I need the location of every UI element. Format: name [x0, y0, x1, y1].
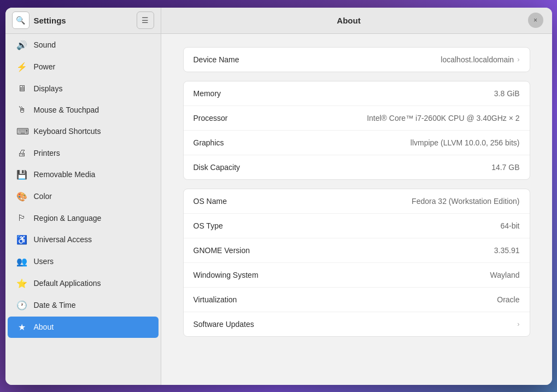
row-value: › — [517, 320, 519, 328]
row-value: Wayland — [490, 271, 520, 279]
device-name-value: localhost.localdomain › — [441, 55, 519, 64]
sidebar-label-printers: Printers — [34, 149, 60, 157]
os-row-gnome-version: GNOME Version 3.35.91 — [184, 238, 530, 263]
row-value: Fedora 32 (Workstation Edition) — [412, 197, 519, 206]
os-row-windowing-system: Windowing System Wayland — [184, 263, 530, 288]
sidebar-item-region-language[interactable]: 🏳Region & Language — [8, 208, 159, 229]
row-label: OS Type — [194, 221, 223, 230]
row-label: Memory — [194, 89, 221, 98]
sidebar-item-color[interactable]: 🎨Color — [8, 186, 159, 207]
sidebar-label-displays: Displays — [34, 84, 63, 93]
removable-media-icon: 💾 — [16, 169, 27, 180]
sidebar-item-about[interactable]: ★About — [8, 317, 159, 338]
sidebar-item-date-time[interactable]: 🕐Date & Time — [8, 295, 159, 316]
sidebar-item-mouse-touchpad[interactable]: 🖱Mouse & Touchpad — [8, 100, 159, 120]
sidebar-label-date-time: Date & Time — [34, 301, 76, 309]
row-value: 3.35.91 — [494, 246, 520, 255]
sidebar-label-default-applications: Default Applications — [34, 279, 101, 288]
chevron-icon: › — [517, 55, 519, 63]
sidebar-label-sound: Sound — [34, 40, 56, 49]
about-title-section: About × — [161, 13, 552, 28]
row-label: Virtualization — [194, 295, 237, 304]
row-value: llvmpipe (LLVM 10.0.0, 256 bits) — [411, 138, 520, 147]
device-name-card: Device Name localhost.localdomain › — [183, 47, 530, 72]
os-card: OS Name Fedora 32 (Workstation Edition) … — [183, 189, 530, 337]
os-row-os-name: OS Name Fedora 32 (Workstation Edition) — [184, 189, 530, 214]
content-area: 🔊Sound⚡Power🖥Displays🖱Mouse & Touchpad⌨K… — [5, 34, 552, 385]
row-value: Oracle — [497, 295, 519, 304]
row-value: 64-bit — [500, 221, 519, 230]
sidebar-label-removable-media: Removable Media — [34, 170, 96, 179]
displays-icon: 🖥 — [16, 84, 27, 93]
sidebar-item-removable-media[interactable]: 💾Removable Media — [8, 164, 159, 185]
close-button[interactable]: × — [528, 13, 543, 28]
row-label: GNOME Version — [194, 246, 250, 255]
row-label: Software Updates — [194, 320, 254, 329]
main-content: Device Name localhost.localdomain › Memo… — [161, 34, 552, 385]
device-name-label: Device Name — [194, 55, 239, 64]
sidebar-item-keyboard-shortcuts[interactable]: ⌨Keyboard Shortcuts — [8, 121, 159, 142]
users-icon: 👥 — [16, 256, 27, 267]
settings-title: Settings — [34, 16, 66, 25]
menu-icon: ☰ — [142, 16, 149, 25]
os-row-virtualization: Virtualization Oracle — [184, 288, 530, 312]
close-icon: × — [533, 16, 537, 24]
sidebar-item-sound[interactable]: 🔊Sound — [8, 34, 159, 56]
sidebar-label-about: About — [34, 323, 54, 331]
mouse-touchpad-icon: 🖱 — [16, 105, 27, 115]
hardware-row-graphics: Graphics llvmpipe (LLVM 10.0.0, 256 bits… — [184, 131, 530, 155]
keyboard-shortcuts-icon: ⌨ — [16, 126, 27, 137]
row-value: 3.8 GiB — [494, 89, 520, 98]
color-icon: 🎨 — [16, 191, 27, 202]
row-label: Disk Capacity — [194, 163, 241, 172]
date-time-icon: 🕐 — [16, 300, 27, 311]
chevron-icon: › — [517, 320, 519, 328]
printers-icon: 🖨 — [16, 148, 27, 158]
sidebar-label-power: Power — [34, 62, 56, 71]
row-label: Graphics — [194, 138, 224, 147]
sidebar-label-mouse-touchpad: Mouse & Touchpad — [34, 106, 99, 114]
universal-access-icon: ♿ — [16, 235, 27, 245]
os-row-software-updates[interactable]: Software Updates › — [184, 312, 530, 336]
search-button[interactable]: 🔍 — [12, 11, 30, 29]
power-icon: ⚡ — [16, 62, 27, 72]
os-row-os-type: OS Type 64-bit — [184, 214, 530, 238]
sidebar-item-universal-access[interactable]: ♿Universal Access — [8, 229, 159, 250]
region-language-icon: 🏳 — [16, 213, 27, 223]
sidebar-label-color: Color — [34, 192, 52, 201]
sidebar-label-region-language: Region & Language — [34, 214, 102, 223]
hardware-card: Memory 3.8 GiB Processor Intel® Core™ i7… — [183, 81, 530, 180]
row-value: 14.7 GB — [491, 163, 519, 172]
search-icon: 🔍 — [16, 16, 25, 25]
hardware-row-disk-capacity: Disk Capacity 14.7 GB — [184, 155, 530, 179]
default-applications-icon: ⭐ — [16, 278, 27, 289]
sidebar-item-power[interactable]: ⚡Power — [8, 56, 159, 78]
device-name-row[interactable]: Device Name localhost.localdomain › — [184, 48, 530, 72]
hardware-row-processor: Processor Intel® Core™ i7-2600K CPU @ 3.… — [184, 106, 530, 131]
row-label: Processor — [194, 114, 228, 122]
settings-window: 🔍 Settings ☰ About × 🔊Sound⚡Power🖥Displa… — [5, 8, 552, 385]
about-icon: ★ — [16, 322, 27, 332]
hardware-row-memory: Memory 3.8 GiB — [184, 81, 530, 106]
sidebar-item-printers[interactable]: 🖨Printers — [8, 143, 159, 163]
titlebar: 🔍 Settings ☰ About × — [5, 8, 552, 34]
titlebar-left: 🔍 Settings ☰ — [5, 8, 161, 33]
row-value: Intel® Core™ i7-2600K CPU @ 3.40GHz × 2 — [367, 114, 519, 122]
row-label: OS Name — [194, 197, 227, 206]
sidebar: 🔊Sound⚡Power🖥Displays🖱Mouse & Touchpad⌨K… — [5, 34, 161, 385]
sound-icon: 🔊 — [16, 40, 27, 50]
sidebar-item-users[interactable]: 👥Users — [8, 251, 159, 272]
sidebar-item-default-applications[interactable]: ⭐Default Applications — [8, 273, 159, 294]
about-title: About — [170, 16, 528, 25]
row-label: Windowing System — [194, 271, 259, 279]
sidebar-item-displays[interactable]: 🖥Displays — [8, 78, 159, 99]
sidebar-label-keyboard-shortcuts: Keyboard Shortcuts — [34, 127, 101, 136]
sidebar-label-universal-access: Universal Access — [34, 235, 92, 244]
menu-button[interactable]: ☰ — [137, 11, 154, 29]
sidebar-label-users: Users — [34, 257, 54, 266]
